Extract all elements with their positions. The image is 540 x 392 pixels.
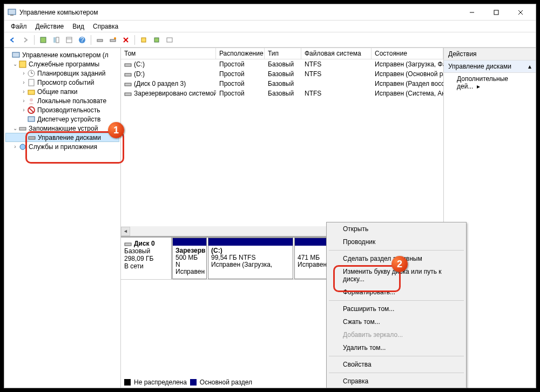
legend-swatch-unalloc (124, 379, 131, 386)
toolbar-icon[interactable] (107, 34, 119, 46)
svg-text:?: ? (80, 36, 84, 44)
svg-rect-31 (28, 117, 35, 121)
toolbar-icon[interactable] (164, 34, 176, 46)
forward-button[interactable] (19, 34, 31, 46)
minimize-button[interactable] (460, 5, 484, 20)
svg-rect-8 (56, 37, 59, 43)
volume-header: Том Расположение Тип Файловая система Со… (121, 48, 443, 59)
col-volume[interactable]: Том (121, 48, 216, 59)
context-menu: Открыть Проводник Сделать раздел активны… (326, 222, 467, 388)
menu-file[interactable]: Файл (6, 21, 31, 32)
table-row[interactable]: Зарезервировано системойПростойБазовыйNT… (121, 89, 443, 98)
tree-node[interactable]: ›Планировщик заданий (5, 69, 119, 78)
titlebar: Управление компьютером (4, 4, 536, 21)
ctx-change-letter[interactable]: Изменить букву диска или путь к диску... (327, 265, 466, 286)
disk-info[interactable]: Диск 0 Базовый 298,09 ГБ В сети (121, 238, 172, 279)
svg-rect-39 (125, 243, 131, 246)
ctx-explorer[interactable]: Проводник (327, 235, 466, 248)
disk-size: 298,09 ГБ (124, 255, 168, 262)
col-layout[interactable]: Расположение (216, 48, 265, 59)
toolbar-icon[interactable] (151, 34, 163, 46)
table-row[interactable]: (D:)ПростойБазовыйNTFSИсправен (Основной… (121, 69, 443, 79)
tree-label: Производительность (37, 106, 100, 114)
tree-node[interactable]: Диспетчер устройств (5, 114, 119, 124)
svg-rect-37 (125, 83, 131, 86)
help-icon[interactable]: ? (76, 34, 88, 46)
tree-label: Просмотр событий (37, 79, 94, 86)
ctx-props[interactable]: Свойства (327, 358, 466, 371)
ctx-open[interactable]: Открыть (327, 222, 466, 235)
tree-label: Диспетчер устройств (37, 116, 100, 123)
tree-label: Службы и приложения (29, 143, 97, 151)
ctx-active[interactable]: Сделать раздел активным (327, 252, 466, 265)
tree-label: Планировщик заданий (37, 70, 105, 77)
svg-rect-6 (40, 37, 46, 43)
col-state[interactable]: Состояние (372, 48, 443, 59)
svg-rect-36 (125, 73, 131, 76)
menu-help[interactable]: Справка (89, 21, 123, 32)
disk-type: Базовый (124, 247, 168, 255)
disk-status: В сети (124, 262, 168, 270)
window-title: Управление компьютером (19, 9, 460, 16)
col-fs[interactable]: Файловая система (301, 48, 372, 59)
svg-point-34 (20, 144, 25, 150)
partition[interactable]: (C:)99,54 ГБ NTFSИсправен (Загрузка, (208, 238, 293, 279)
actions-subheader[interactable]: Управление дисками▴ (444, 60, 536, 73)
svg-point-15 (114, 37, 116, 39)
svg-rect-20 (167, 38, 172, 42)
tree-disk-management[interactable]: Управление дисками (5, 133, 119, 142)
disk-name: Диск 0 (134, 240, 155, 247)
tree-node[interactable]: ›Производительность (5, 105, 119, 114)
partition[interactable]: Зарезерв500 МБ NИсправен (172, 238, 207, 279)
scroll-left-icon[interactable]: ◄ (121, 227, 130, 236)
tree-label: Управление дисками (38, 134, 101, 141)
tree-node[interactable]: ›Просмотр событий (5, 78, 119, 87)
svg-rect-38 (125, 93, 131, 96)
toolbar-icon[interactable] (63, 34, 75, 46)
toolbar-icon[interactable] (94, 34, 106, 46)
svg-rect-19 (154, 38, 159, 42)
ctx-extend[interactable]: Расширить том... (327, 302, 466, 315)
toolbar-icon[interactable] (138, 34, 150, 46)
svg-rect-32 (19, 127, 26, 130)
col-type[interactable]: Тип (265, 48, 301, 59)
maximize-button[interactable] (484, 5, 508, 20)
svg-rect-13 (97, 39, 103, 42)
toolbar-icon[interactable] (37, 34, 49, 46)
ctx-format[interactable]: Форматировать... (327, 286, 466, 299)
svg-rect-7 (53, 37, 56, 43)
ctx-mirror: Добавить зеркало... (327, 328, 466, 341)
back-button[interactable] (6, 34, 18, 46)
tree-label: Локальные пользовате (37, 97, 106, 105)
tree-node[interactable]: ⌄Запоминающие устрой (5, 124, 119, 133)
tree-node[interactable]: ›Службы и приложения (5, 142, 119, 151)
tree-label: Служебные программы (29, 60, 99, 68)
menu-view[interactable]: Вид (68, 21, 89, 32)
svg-line-30 (29, 108, 33, 112)
svg-rect-27 (28, 90, 35, 94)
ctx-delete[interactable]: Удалить том... (327, 341, 466, 354)
svg-rect-1 (10, 15, 14, 16)
table-row[interactable]: (Диск 0 раздел 3)ПростойБазовыйИсправен … (121, 79, 443, 89)
svg-rect-26 (29, 79, 34, 86)
tree-root[interactable]: Управление компьютером (л (5, 50, 119, 59)
delete-icon[interactable] (120, 34, 132, 46)
toolbar-icon[interactable] (50, 34, 62, 46)
svg-rect-3 (494, 10, 498, 15)
menu-action[interactable]: Действие (31, 21, 69, 32)
tree-node[interactable]: ⌄Служебные программы (5, 59, 119, 69)
ctx-help[interactable]: Справка (327, 375, 466, 388)
volume-list: (C:)ПростойБазовыйNTFSИсправен (Загрузка… (121, 59, 443, 98)
tree-node[interactable]: ›Общие папки (5, 87, 119, 96)
actions-more[interactable]: Дополнительные дей... ▸ (444, 73, 536, 92)
toolbar: ? (4, 32, 536, 48)
ctx-shrink[interactable]: Сжать том... (327, 315, 466, 328)
svg-rect-9 (66, 37, 72, 43)
svg-rect-22 (19, 61, 26, 67)
tree-node[interactable]: ›Локальные пользовате (5, 96, 119, 105)
table-row[interactable]: (C:)ПростойБазовыйNTFSИсправен (Загрузка… (121, 59, 443, 69)
svg-rect-14 (110, 39, 116, 42)
collapse-icon: ▴ (528, 63, 531, 70)
menubar: Файл Действие Вид Справка (4, 21, 536, 32)
close-button[interactable] (508, 5, 532, 20)
